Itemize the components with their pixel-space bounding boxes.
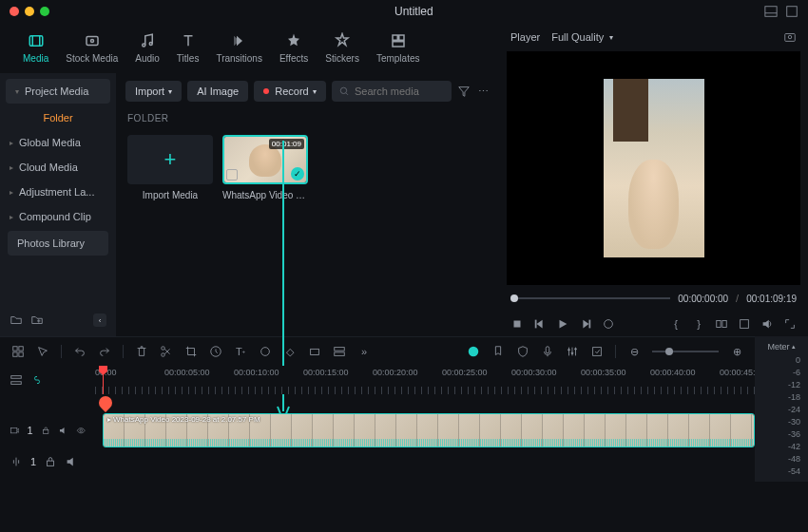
zoom-slider[interactable] [652, 351, 719, 352]
more-icon[interactable]: ⋯ [476, 85, 490, 98]
loop-button[interactable] [602, 317, 615, 331]
sidebar-collapse[interactable]: ‹ [93, 314, 106, 327]
tl-undo-icon[interactable] [73, 345, 87, 358]
svg-point-13 [340, 87, 346, 93]
tl-mask-icon[interactable] [308, 345, 321, 358]
sidebar-compound-clip[interactable]: ▸Compound Clip [0, 204, 116, 229]
tab-stickers[interactable]: Stickers [317, 28, 367, 67]
timeline-marker[interactable] [96, 393, 115, 412]
tab-templates[interactable]: Templates [369, 28, 428, 67]
sidebar-adjustment-layer[interactable]: ▸Adjustment La... [0, 180, 116, 204]
search-box[interactable] [332, 81, 452, 102]
svg-rect-41 [11, 376, 22, 379]
tl-delete-icon[interactable] [135, 345, 148, 358]
prev-frame-button[interactable] [533, 317, 547, 331]
track-options-icon[interactable] [10, 373, 23, 387]
tl-more-icon[interactable]: » [357, 345, 371, 358]
mark-out-icon[interactable]: } [692, 317, 705, 331]
sidebar-project-media[interactable]: ▾Project Media [6, 79, 110, 104]
tl-split-icon[interactable] [160, 345, 173, 358]
close-window[interactable] [10, 7, 19, 16]
preview-viewport[interactable] [507, 51, 800, 285]
audio-mute-icon[interactable] [65, 455, 78, 468]
sidebar-cloud-media[interactable]: ▸Cloud Media [0, 155, 116, 180]
import-media-tile[interactable]: + Import Media [127, 135, 213, 200]
tab-transitions[interactable]: Transitions [208, 28, 270, 67]
volume-icon[interactable] [760, 317, 774, 331]
compare-icon[interactable] [715, 317, 728, 331]
track-mute-icon[interactable] [58, 424, 67, 437]
svg-rect-0 [765, 7, 777, 17]
tab-audio[interactable]: Audio [127, 28, 167, 67]
document-title: Untitled [394, 5, 433, 18]
ai-image-button[interactable]: AI Image [187, 81, 248, 102]
playhead[interactable] [103, 366, 104, 394]
new-bin-icon[interactable] [30, 314, 44, 327]
svg-rect-44 [43, 429, 48, 433]
track-visible-icon[interactable] [76, 424, 86, 437]
tl-text-icon[interactable]: T+ [234, 345, 247, 358]
tab-stock-media[interactable]: Stock Media [58, 28, 125, 67]
snapshot-icon[interactable] [783, 30, 797, 44]
tl-mixer-icon[interactable] [566, 345, 579, 358]
crop-icon[interactable] [738, 317, 751, 331]
sidebar-global-media[interactable]: ▸Global Media [0, 130, 116, 155]
timeline-ruler[interactable]: 00:0000:00:05:0000:00:10:0000:00:15:0000… [95, 366, 755, 394]
tl-speed-icon[interactable] [209, 345, 222, 358]
sidebar-photos-library[interactable]: Photos Library [8, 231, 108, 256]
minimize-window[interactable] [25, 7, 34, 16]
scrub-bar[interactable] [510, 297, 670, 299]
preview-frame [604, 79, 704, 257]
maximize-window[interactable] [40, 7, 49, 16]
layout-icon[interactable] [764, 5, 778, 18]
tl-marker-icon[interactable] [491, 345, 505, 358]
tab-media[interactable]: Media [15, 28, 56, 67]
filter-icon[interactable] [457, 85, 471, 98]
tl-ai-icon[interactable] [467, 345, 480, 358]
audio-track-icon[interactable] [10, 455, 23, 468]
tl-grid-icon[interactable] [11, 345, 25, 358]
tl-color-icon[interactable] [259, 345, 272, 358]
svg-rect-43 [10, 428, 17, 432]
tl-redo-icon[interactable] [98, 345, 111, 358]
tl-render-icon[interactable] [590, 345, 604, 358]
svg-point-31 [261, 348, 270, 356]
video-track-icon[interactable] [10, 424, 19, 437]
track-lock-icon[interactable] [41, 424, 50, 437]
zoom-out-icon[interactable]: ⊖ [627, 345, 641, 358]
fullscreen-icon[interactable] [785, 5, 798, 18]
plus-icon: + [164, 147, 177, 172]
quality-dropdown[interactable]: Full Quality▾ [551, 31, 613, 43]
mark-in-icon[interactable]: { [669, 317, 683, 331]
search-input[interactable] [355, 86, 444, 97]
video-clip[interactable]: ▸WhatsApp Video 2023-09-28 at 2.07.57 PM [103, 413, 755, 447]
tl-crop-icon[interactable] [184, 345, 198, 358]
next-frame-button[interactable] [579, 317, 592, 331]
svg-rect-40 [593, 348, 602, 356]
tl-select-icon[interactable] [36, 345, 49, 358]
media-clip-tile[interactable]: 00:01:09 ✓ WhatsApp Video 202… [222, 135, 308, 200]
audio-lock-icon[interactable] [44, 455, 57, 468]
meter-label[interactable]: Meter▴ [759, 340, 804, 353]
link-icon[interactable] [30, 373, 44, 387]
play-button[interactable] [556, 317, 569, 331]
record-button[interactable]: Record▾ [254, 81, 325, 102]
tl-shield-icon[interactable] [516, 345, 529, 358]
tab-effects[interactable]: Effects [272, 28, 316, 67]
expand-icon[interactable] [783, 317, 797, 331]
svg-rect-2 [787, 7, 798, 17]
svg-rect-46 [48, 461, 54, 466]
new-folder-icon[interactable] [10, 314, 23, 327]
stop-button[interactable] [510, 317, 524, 331]
tl-detach-icon[interactable] [333, 345, 346, 358]
timeline-toolbar: T+ ◇ » ⊖ ⊕ [0, 337, 755, 366]
clip-icon: ▸ [107, 415, 111, 424]
import-button[interactable]: Import▾ [125, 81, 182, 102]
tl-mic-icon[interactable] [541, 345, 554, 358]
clip-type-icon [226, 169, 238, 180]
tab-titles[interactable]: Titles [169, 28, 207, 67]
tl-keyframe-icon[interactable]: ◇ [283, 345, 297, 358]
sidebar-folder[interactable]: Folder [0, 105, 116, 130]
zoom-in-icon[interactable]: ⊕ [730, 345, 743, 358]
svg-rect-33 [335, 348, 345, 352]
